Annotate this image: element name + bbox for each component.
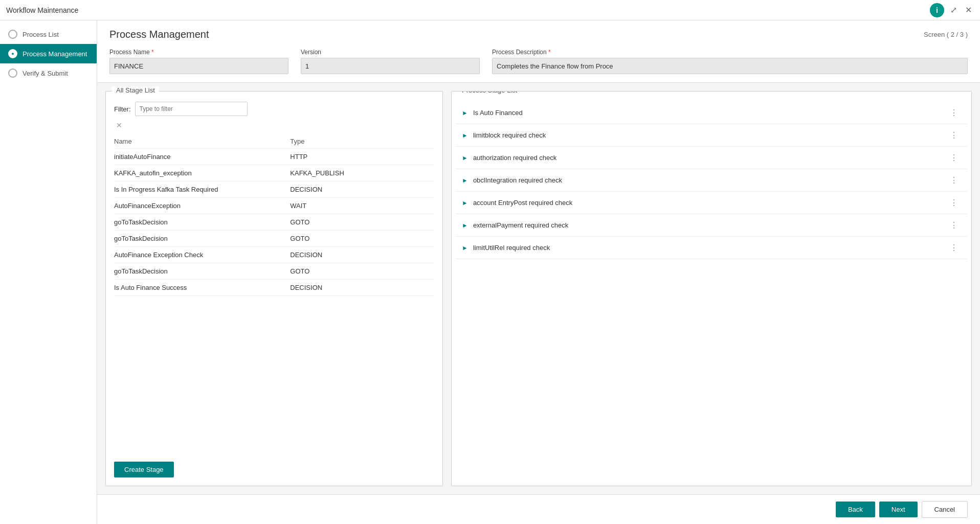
next-button[interactable]: Next bbox=[879, 502, 918, 517]
chevron-right-icon: ► bbox=[462, 132, 468, 139]
process-stage-item-left: ► account EntryPost required check bbox=[462, 199, 572, 207]
cell-type: WAIT bbox=[290, 202, 434, 210]
three-dots-menu[interactable]: ⋮ bbox=[947, 197, 961, 209]
cell-name: initiateAutoFinance bbox=[114, 153, 290, 161]
table-row[interactable]: Is Auto Finance Success DECISION bbox=[114, 280, 434, 296]
process-stage-list-panel: Process Stage List ► Is Auto Financed ⋮ … bbox=[451, 91, 972, 486]
cell-type: HTTP bbox=[290, 153, 434, 161]
cell-type: DECISION bbox=[290, 186, 434, 193]
process-stage-item[interactable]: ► limitUtilRel required check ⋮ bbox=[456, 237, 967, 259]
process-description-input[interactable] bbox=[492, 58, 968, 74]
process-stage-item[interactable]: ► limitblock required check ⋮ bbox=[456, 124, 967, 147]
step-circle-process-list bbox=[8, 30, 17, 39]
version-field: Version bbox=[301, 49, 480, 74]
three-dots-menu[interactable]: ⋮ bbox=[947, 219, 961, 231]
page-title: Process Management bbox=[109, 29, 209, 40]
stage-item-name: limitblock required check bbox=[473, 131, 546, 139]
process-stage-item[interactable]: ► authorization required check ⋮ bbox=[456, 147, 967, 169]
sidebar-label-process-management: Process Management bbox=[23, 50, 87, 58]
process-name-label: Process Name * bbox=[109, 49, 288, 56]
process-stage-list-title: Process Stage List bbox=[458, 91, 521, 94]
title-bar: Workflow Maintenance i ⤢ ✕ bbox=[0, 0, 980, 20]
sidebar-item-process-list[interactable]: Process List bbox=[0, 25, 97, 44]
process-stage-item-left: ► limitblock required check bbox=[462, 131, 546, 139]
three-dots-menu[interactable]: ⋮ bbox=[947, 152, 961, 164]
process-stage-item-left: ► externalPayment required check bbox=[462, 221, 568, 229]
process-stage-content: ► Is Auto Financed ⋮ ► limitblock requir… bbox=[452, 92, 971, 486]
three-dots-menu[interactable]: ⋮ bbox=[947, 174, 961, 186]
process-stage-item[interactable]: ► account EntryPost required check ⋮ bbox=[456, 192, 967, 214]
process-stage-item-left: ► authorization required check bbox=[462, 154, 556, 162]
table-row[interactable]: goToTaskDecision GOTO bbox=[114, 263, 434, 280]
process-stage-item-left: ► obclIntegration required check bbox=[462, 176, 562, 184]
table-row[interactable]: Is In Progress Kafka Task Required DECIS… bbox=[114, 181, 434, 198]
content-area: Process Management Screen ( 2 / 3 ) Proc… bbox=[97, 20, 980, 524]
three-dots-menu[interactable]: ⋮ bbox=[947, 242, 961, 254]
table-row[interactable]: goToTaskDecision GOTO bbox=[114, 214, 434, 231]
title-bar-icons: i ⤢ ✕ bbox=[930, 3, 974, 17]
cell-type: GOTO bbox=[290, 235, 434, 242]
form-fields-row: Process Name * Version Process Descripti… bbox=[109, 49, 968, 82]
process-name-field: Process Name * bbox=[109, 49, 288, 74]
page-header: Process Management Screen ( 2 / 3 ) Proc… bbox=[97, 20, 980, 83]
stage-table-body: initiateAutoFinance HTTP KAFKA_autofin_e… bbox=[114, 149, 434, 296]
sidebar: Process List ● Process Management Verify… bbox=[0, 20, 97, 524]
all-stage-list-title: All Stage List bbox=[112, 86, 159, 94]
stage-item-name: obclIntegration required check bbox=[473, 176, 562, 184]
cell-type: GOTO bbox=[290, 218, 434, 226]
col-header-name: Name bbox=[114, 138, 290, 145]
stage-list-content: Filter: ✕ Name Type initiateAutoF bbox=[106, 92, 442, 486]
process-name-input[interactable] bbox=[109, 58, 288, 74]
step-circle-verify-submit bbox=[8, 69, 17, 78]
chevron-right-icon: ► bbox=[462, 109, 468, 117]
table-row[interactable]: AutoFinance Exception Check DECISION bbox=[114, 247, 434, 263]
process-stage-item-left: ► Is Auto Financed bbox=[462, 109, 523, 117]
info-icon-button[interactable]: i bbox=[930, 3, 944, 17]
back-button[interactable]: Back bbox=[836, 502, 875, 517]
cell-name: Is Auto Finance Success bbox=[114, 284, 290, 291]
close-icon[interactable]: ✕ bbox=[963, 4, 974, 16]
footer: Back Next Cancel bbox=[97, 494, 980, 524]
app-title: Workflow Maintenance bbox=[6, 6, 78, 14]
table-header-row: Name Type bbox=[114, 134, 434, 149]
sidebar-label-process-list: Process List bbox=[23, 31, 59, 38]
chevron-right-icon: ► bbox=[462, 244, 468, 252]
filter-input[interactable] bbox=[135, 102, 248, 116]
process-description-field: Process Description * bbox=[492, 49, 968, 74]
create-stage-button[interactable]: Create Stage bbox=[114, 462, 174, 477]
step-circle-process-management: ● bbox=[8, 49, 17, 58]
cancel-button[interactable]: Cancel bbox=[922, 501, 968, 518]
three-dots-menu[interactable]: ⋮ bbox=[947, 107, 961, 119]
cell-name: Is In Progress Kafka Task Required bbox=[114, 186, 290, 193]
table-row[interactable]: initiateAutoFinance HTTP bbox=[114, 149, 434, 165]
cell-type: GOTO bbox=[290, 267, 434, 275]
filter-row: Filter: bbox=[114, 102, 434, 116]
clear-filter-button[interactable]: ✕ bbox=[114, 120, 124, 130]
expand-icon[interactable]: ⤢ bbox=[948, 4, 959, 16]
process-description-label: Process Description * bbox=[492, 49, 968, 56]
process-stage-body: ► Is Auto Financed ⋮ ► limitblock requir… bbox=[456, 102, 967, 259]
process-stage-item[interactable]: ► obclIntegration required check ⋮ bbox=[456, 169, 967, 192]
stage-item-name: limitUtilRel required check bbox=[473, 244, 550, 252]
process-stage-item[interactable]: ► Is Auto Financed ⋮ bbox=[456, 102, 967, 124]
sidebar-item-verify-submit[interactable]: Verify & Submit bbox=[0, 63, 97, 83]
chevron-right-icon: ► bbox=[462, 154, 468, 162]
chevron-right-icon: ► bbox=[462, 199, 468, 207]
cell-name: goToTaskDecision bbox=[114, 235, 290, 242]
cell-type: DECISION bbox=[290, 284, 434, 291]
process-stage-item[interactable]: ► externalPayment required check ⋮ bbox=[456, 214, 967, 237]
version-input[interactable] bbox=[301, 58, 480, 74]
table-row[interactable]: KAFKA_autofin_exception KAFKA_PUBLISH bbox=[114, 165, 434, 181]
three-dots-menu[interactable]: ⋮ bbox=[947, 129, 961, 141]
sidebar-label-verify-submit: Verify & Submit bbox=[23, 70, 68, 77]
sidebar-item-process-management[interactable]: ● Process Management bbox=[0, 44, 97, 63]
filter-label: Filter: bbox=[114, 105, 131, 113]
cell-type: DECISION bbox=[290, 251, 434, 259]
table-row[interactable]: goToTaskDecision GOTO bbox=[114, 231, 434, 247]
cell-name: KAFKA_autofin_exception bbox=[114, 169, 290, 177]
table-row[interactable]: AutoFinanceException WAIT bbox=[114, 198, 434, 214]
screen-info: Screen ( 2 / 3 ) bbox=[924, 31, 968, 38]
cell-type: KAFKA_PUBLISH bbox=[290, 169, 434, 177]
title-bar-left: Workflow Maintenance bbox=[6, 6, 78, 14]
panels-area: All Stage List Filter: ✕ Name Type bbox=[97, 83, 980, 494]
